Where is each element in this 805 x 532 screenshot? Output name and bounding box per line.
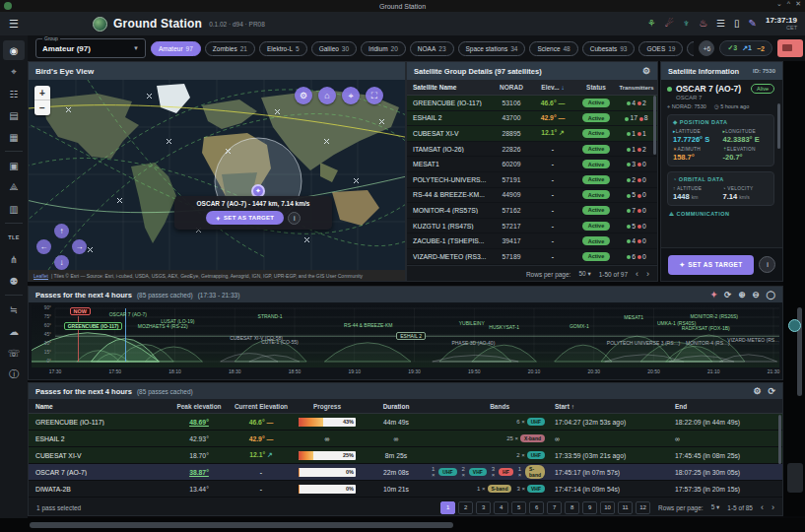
edit-icon[interactable]: ✎ bbox=[749, 19, 757, 29]
group-chip-tinygs[interactable]: TinyGS62 bbox=[687, 41, 694, 56]
group-select[interactable]: Group Amateur (97) ▼ bbox=[35, 38, 146, 58]
timeline-pass-label[interactable]: ESHAIL 2 bbox=[396, 332, 426, 340]
timeline-pass-label[interactable]: VIZARD-METEO (RS…) bbox=[727, 337, 779, 343]
sort-elevation[interactable]: Elev... ↓ bbox=[531, 84, 574, 91]
table-row[interactable]: ITAMSAT (IO-26)22826-Active1 2 bbox=[407, 142, 657, 158]
timeline-pass-label[interactable]: MONITOR-4 (RS…) bbox=[686, 340, 730, 346]
group-chip-amateur[interactable]: Amateur97 bbox=[151, 41, 201, 56]
page-button[interactable]: 5 bbox=[511, 501, 526, 514]
pan-right-button[interactable]: → bbox=[72, 239, 87, 254]
map-settings-button[interactable]: ⚙ bbox=[295, 87, 312, 104]
page-button[interactable]: 4 bbox=[494, 501, 508, 514]
rows-per-page-select[interactable]: 50 ▾ bbox=[578, 270, 590, 278]
sidebar-item-cards[interactable]: ▥ bbox=[3, 199, 25, 219]
group-chip-elektro-l[interactable]: Elektro-L5 bbox=[259, 41, 307, 56]
rotator-icon[interactable]: ⚘ bbox=[647, 19, 656, 29]
table-row[interactable]: ESHAIL 24370042.9° —Active17 8 bbox=[407, 111, 657, 127]
leaflet-link[interactable]: Leaflet bbox=[34, 273, 48, 279]
sidebar-item-community[interactable]: ⚉ bbox=[3, 271, 25, 291]
group-chip-noaa[interactable]: NOAA23 bbox=[410, 41, 454, 56]
timeline-pass-label[interactable]: OSCAR 7 (AO-7) bbox=[109, 311, 147, 317]
table-row[interactable]: VIZARD-METEO (RS3...57189-Active6 0 bbox=[407, 249, 657, 265]
world-map[interactable]: + − ⚙⌂⌖⛶ ↑ ← → ↓ ✦ OSCAR 7 (AO-7) - 1447… bbox=[29, 80, 405, 270]
group-chip-iridium[interactable]: Iridium20 bbox=[361, 41, 406, 56]
page-button[interactable]: 6 bbox=[529, 501, 544, 514]
timeline-pass-label[interactable]: PHASE 3D (AO-40) bbox=[451, 340, 495, 346]
sort-start[interactable]: Start ↑ bbox=[549, 403, 669, 410]
sidebar-item-files[interactable]: ▤ bbox=[3, 105, 25, 125]
page-button[interactable]: 11 bbox=[618, 501, 633, 514]
queue-icon[interactable]: ☰ bbox=[716, 19, 725, 29]
page-button[interactable]: 9 bbox=[582, 501, 597, 514]
table-row[interactable]: KUZGTU 1 (RS47S)57217-Active5 0 bbox=[407, 219, 657, 234]
target-satellite-icon[interactable]: ✦ bbox=[710, 290, 717, 299]
window-control-icon[interactable]: ^ bbox=[787, 0, 790, 8]
timeline-pass-label[interactable]: CUTE-1 (CO-55) bbox=[261, 339, 299, 345]
radio-icon[interactable]: ♨ bbox=[699, 19, 707, 29]
sidebar-item-weather[interactable]: ☁ bbox=[3, 321, 25, 341]
pass-row[interactable]: GREENCUBE (IO-117)48.69°46.6° —43%44m 49… bbox=[29, 414, 782, 431]
group-chip-galileo[interactable]: Galileo30 bbox=[311, 41, 357, 56]
refresh-icon[interactable]: ⟳ bbox=[724, 290, 731, 299]
prev-page-button[interactable]: ‹ bbox=[636, 269, 638, 279]
map-center-button[interactable]: ⌖ bbox=[342, 87, 360, 104]
reset-zoom-icon[interactable]: ◯ bbox=[766, 290, 775, 299]
table-row[interactable]: POLYTECH-UNIVERS...57191-Active2 0 bbox=[407, 172, 657, 188]
timeline-pass-label[interactable]: RADFXSAT (FOX-1B) bbox=[682, 325, 730, 331]
timeline-pass-label[interactable]: LUSAT (LO-19) bbox=[161, 318, 194, 324]
zoom-in-button[interactable]: + bbox=[34, 86, 50, 100]
sidebar-item-schedule[interactable]: ▦ bbox=[3, 127, 25, 147]
group-chip-cubesats[interactable]: Cubesats93 bbox=[582, 41, 636, 56]
satellite-table-scrollbar[interactable] bbox=[653, 96, 656, 155]
timeline-pass-label[interactable]: GOMX-1 bbox=[570, 323, 589, 329]
timeline-pass-label[interactable]: MESAT1 bbox=[624, 314, 643, 320]
group-chip-science[interactable]: Science48 bbox=[529, 41, 577, 56]
edge-widget[interactable] bbox=[787, 463, 803, 493]
sidebar-item-network[interactable]: ⋔ bbox=[3, 249, 25, 269]
rows-per-page-select[interactable]: 5 ▾ bbox=[711, 503, 720, 511]
group-chip-goes[interactable]: GOES19 bbox=[638, 41, 683, 56]
device-icon[interactable]: ▯ bbox=[734, 19, 740, 29]
table-row[interactable]: ZACUBE-1 (TSHEPIS...39417-Active4 0 bbox=[407, 233, 657, 249]
peak-elevation-link[interactable]: 48.69° bbox=[189, 419, 209, 426]
table-row[interactable]: GREENCUBE (IO-117)5310646.6° —Active4 2 bbox=[407, 96, 657, 111]
pan-up-button[interactable]: ↑ bbox=[54, 224, 69, 238]
more-groups-chip[interactable]: +6 bbox=[699, 40, 714, 56]
prev-page-button[interactable]: ‹ bbox=[761, 502, 764, 512]
sidebar-item-tuning[interactable]: ≒ bbox=[3, 299, 25, 319]
page-button[interactable]: 10 bbox=[600, 501, 615, 514]
hamburger-menu-icon[interactable]: ☰ bbox=[0, 18, 28, 31]
sidebar-item-list[interactable]: ☷ bbox=[3, 84, 25, 103]
sidebar-item-map[interactable]: ◉ bbox=[3, 40, 25, 60]
alert-button[interactable] bbox=[777, 39, 803, 57]
refresh-icon[interactable]: ⟳ bbox=[768, 386, 775, 396]
pass-row[interactable]: DIWATA-2B13.44°-0%10m 21s1 ×S-band3 ×VHF… bbox=[29, 481, 782, 498]
zoom-in-icon[interactable]: ⊕ bbox=[738, 290, 745, 299]
window-control-icon[interactable]: ⌄ bbox=[776, 0, 782, 8]
passes-scrollbar[interactable] bbox=[778, 415, 781, 464]
set-as-target-button[interactable]: ✦SET AS TARGET bbox=[206, 211, 285, 225]
science-icon[interactable]: ♆ bbox=[683, 19, 691, 29]
table-row[interactable]: CUBESAT XI-V2889512.1° ↗Active1 1 bbox=[407, 126, 657, 142]
group-chip-space-stations[interactable]: Space stations34 bbox=[458, 41, 526, 56]
gear-icon[interactable]: ⚙ bbox=[753, 386, 761, 396]
pass-row[interactable]: CUBESAT XI-V18.70°12.1° ↗25%8m 25s2 ×UHF… bbox=[29, 447, 782, 464]
next-page-button[interactable]: › bbox=[771, 502, 774, 512]
gear-icon[interactable]: ⚙ bbox=[642, 66, 650, 76]
page-button[interactable]: 3 bbox=[476, 501, 491, 514]
sidebar-item-tracking[interactable]: ⌖ bbox=[3, 62, 25, 82]
page-button[interactable]: 12 bbox=[636, 501, 650, 514]
map-home-button[interactable]: ⌂ bbox=[318, 87, 336, 104]
zoom-out-button[interactable]: − bbox=[34, 100, 50, 115]
peak-elevation-link[interactable]: 38.87° bbox=[189, 469, 209, 476]
sidebar-item-operator[interactable]: ☏ bbox=[3, 343, 25, 363]
map-fullscreen-button[interactable]: ⛶ bbox=[366, 87, 383, 104]
group-chip-zombies[interactable]: Zombies21 bbox=[205, 41, 255, 56]
timeline-pass-label[interactable]: YUBILEINY bbox=[459, 320, 485, 326]
pass-row[interactable]: ESHAIL 242.93°42.9° —∞∞25 ×X-band∞∞ bbox=[29, 431, 782, 447]
page-button[interactable]: 2 bbox=[458, 501, 473, 514]
table-row[interactable]: RS-44 & BREEZE-KM...44909-Active5 0 bbox=[407, 188, 657, 204]
page-button[interactable]: 1 bbox=[440, 501, 455, 514]
pan-left-button[interactable]: ← bbox=[36, 239, 51, 254]
timeline-pass-label[interactable]: RS-44 & BREEZE-KM bbox=[344, 322, 392, 328]
